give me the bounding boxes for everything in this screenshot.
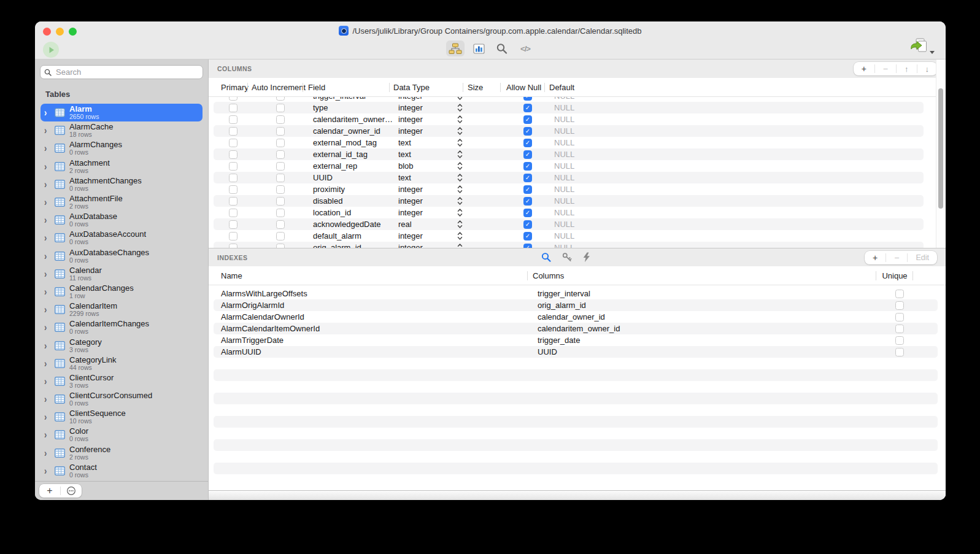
unique-checkbox[interactable] bbox=[895, 348, 904, 356]
primary-checkbox[interactable] bbox=[229, 220, 237, 229]
stepper-icon[interactable] bbox=[457, 185, 463, 194]
chevron-right-icon[interactable]: › bbox=[44, 125, 53, 137]
default-value[interactable]: NULL bbox=[550, 218, 924, 230]
search-view-button[interactable] bbox=[493, 40, 511, 56]
sidebar-table-item[interactable]: › AttachmentChanges 0 rows bbox=[41, 175, 203, 193]
size-value[interactable] bbox=[468, 183, 506, 195]
primary-checkbox[interactable] bbox=[229, 185, 237, 194]
auto-increment-checkbox[interactable] bbox=[276, 97, 285, 101]
export-button[interactable] bbox=[909, 37, 935, 55]
sidebar-table-item[interactable]: › CategoryLink 44 rows bbox=[41, 355, 203, 372]
field-name[interactable]: calendaritem_owner… bbox=[308, 113, 395, 125]
index-name[interactable]: AlarmCalendarItemOwnerId bbox=[214, 323, 533, 334]
chevron-right-icon[interactable]: › bbox=[44, 107, 53, 119]
default-value[interactable]: NULL bbox=[550, 125, 924, 137]
auto-increment-checkbox[interactable] bbox=[276, 244, 285, 248]
chevron-right-icon[interactable]: › bbox=[44, 429, 53, 441]
column-row[interactable]: external_id_tag text NULL bbox=[214, 148, 924, 160]
stepper-icon[interactable] bbox=[457, 208, 463, 217]
default-value[interactable]: NULL bbox=[550, 97, 924, 102]
search-field[interactable] bbox=[40, 65, 203, 79]
index-name[interactable]: AlarmUUID bbox=[214, 346, 533, 358]
column-row[interactable]: disabled integer NULL bbox=[214, 195, 924, 207]
default-value[interactable]: NULL bbox=[550, 230, 924, 242]
auto-increment-checkbox[interactable] bbox=[276, 185, 285, 194]
field-name[interactable]: external_rep bbox=[308, 160, 395, 172]
primary-checkbox[interactable] bbox=[229, 162, 237, 171]
add-index-button[interactable]: + bbox=[865, 251, 885, 264]
columns-scrollbar[interactable] bbox=[936, 60, 946, 248]
chevron-right-icon[interactable]: › bbox=[44, 142, 53, 155]
auto-increment-checkbox[interactable] bbox=[276, 150, 285, 159]
index-columns[interactable]: calendar_owner_id bbox=[533, 311, 881, 323]
sidebar-table-item[interactable]: › AttachmentFile 2 rows bbox=[41, 193, 203, 211]
auto-increment-checkbox[interactable] bbox=[276, 104, 285, 112]
default-value[interactable]: NULL bbox=[550, 148, 924, 160]
structure-view-button[interactable] bbox=[446, 40, 465, 56]
scrollbar-thumb[interactable] bbox=[938, 88, 943, 209]
default-value[interactable]: NULL bbox=[550, 242, 924, 248]
sidebar-table-item[interactable]: › AuxDatabaseChanges 0 rows bbox=[41, 247, 203, 265]
auto-increment-checkbox[interactable] bbox=[276, 127, 285, 136]
primary-checkbox[interactable] bbox=[229, 174, 237, 182]
default-value[interactable]: NULL bbox=[550, 172, 924, 183]
indexes-tab-button[interactable] bbox=[541, 252, 552, 263]
stepper-icon[interactable] bbox=[457, 220, 463, 229]
stepper-icon[interactable] bbox=[457, 150, 463, 159]
column-row[interactable]: calendaritem_owner… integer NULL bbox=[214, 113, 924, 125]
stepper-icon[interactable] bbox=[457, 196, 463, 206]
data-type-value[interactable]: integer bbox=[398, 185, 423, 194]
sidebar-table-item[interactable]: › CalendarItem 2299 rows bbox=[41, 301, 203, 318]
chevron-right-icon[interactable]: › bbox=[44, 286, 53, 298]
document-proxy-icon[interactable] bbox=[339, 26, 349, 36]
chevron-right-icon[interactable]: › bbox=[44, 321, 53, 334]
move-column-up-button[interactable]: ↑ bbox=[897, 62, 917, 75]
allow-null-checkbox[interactable] bbox=[523, 185, 532, 194]
column-row[interactable]: UUID text NULL bbox=[214, 172, 924, 183]
stepper-icon[interactable] bbox=[457, 173, 463, 182]
size-value[interactable] bbox=[468, 148, 506, 160]
auto-increment-checkbox[interactable] bbox=[276, 220, 285, 229]
index-name[interactable]: AlarmTriggerDate bbox=[214, 334, 533, 346]
chevron-right-icon[interactable]: › bbox=[44, 465, 53, 477]
index-columns[interactable]: trigger_interval bbox=[533, 288, 881, 299]
sidebar-table-item[interactable]: › Contact 0 rows bbox=[41, 462, 203, 480]
auto-increment-checkbox[interactable] bbox=[276, 139, 285, 147]
sidebar-table-item[interactable]: › Category 3 rows bbox=[41, 336, 203, 354]
allow-null-checkbox[interactable] bbox=[523, 174, 532, 182]
unique-checkbox[interactable] bbox=[895, 336, 904, 345]
stepper-icon[interactable] bbox=[457, 231, 463, 240]
data-type-value[interactable]: text bbox=[398, 150, 411, 159]
field-name[interactable]: UUID bbox=[308, 172, 395, 183]
stepper-icon[interactable] bbox=[457, 115, 463, 124]
default-value[interactable]: NULL bbox=[550, 160, 924, 172]
allow-null-checkbox[interactable] bbox=[523, 209, 532, 217]
chart-view-button[interactable] bbox=[469, 40, 488, 56]
allow-null-checkbox[interactable] bbox=[523, 127, 532, 136]
sidebar-table-item[interactable]: › Conference 2 rows bbox=[41, 444, 203, 462]
allow-null-checkbox[interactable] bbox=[523, 232, 532, 240]
allow-null-checkbox[interactable] bbox=[523, 162, 532, 171]
allow-null-checkbox[interactable] bbox=[523, 97, 532, 101]
column-row[interactable]: acknowledgedDate real NULL bbox=[214, 218, 924, 230]
column-row[interactable]: proximity integer NULL bbox=[214, 183, 924, 195]
size-value[interactable] bbox=[468, 97, 506, 102]
unique-checkbox[interactable] bbox=[895, 290, 904, 298]
column-row[interactable]: calendar_owner_id integer NULL bbox=[214, 125, 924, 137]
auto-increment-checkbox[interactable] bbox=[276, 232, 285, 240]
data-type-value[interactable]: integer bbox=[398, 243, 423, 248]
column-row[interactable]: orig_alarm_id integer NULL bbox=[214, 242, 924, 248]
field-name[interactable]: default_alarm bbox=[308, 230, 395, 242]
unique-checkbox[interactable] bbox=[895, 325, 904, 333]
stepper-icon[interactable] bbox=[457, 103, 463, 112]
chevron-right-icon[interactable]: › bbox=[44, 268, 53, 280]
size-value[interactable] bbox=[468, 125, 506, 137]
sidebar-table-item[interactable]: › AlarmCache 18 rows bbox=[41, 121, 203, 139]
data-type-value[interactable]: integer bbox=[398, 97, 423, 101]
sidebar-table-item[interactable]: › Alarm 2650 rows bbox=[41, 104, 203, 121]
add-table-button[interactable]: + bbox=[39, 484, 60, 498]
default-value[interactable]: NULL bbox=[550, 183, 924, 195]
auto-increment-checkbox[interactable] bbox=[276, 209, 285, 217]
sidebar-table-item[interactable]: › AlarmChanges 0 rows bbox=[41, 139, 203, 157]
data-type-value[interactable]: integer bbox=[398, 196, 423, 206]
